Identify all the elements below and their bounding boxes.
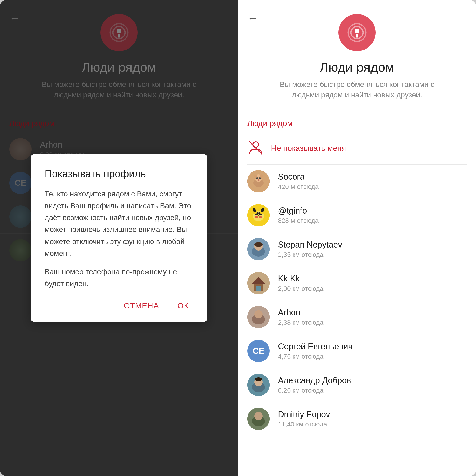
item-distance-alex: 6,26 км отсюда bbox=[278, 387, 351, 394]
modal-actions: ОТМЕНА ОК bbox=[45, 299, 193, 313]
right-location-icon-wrapper bbox=[339, 14, 375, 51]
modal-dialog: Показывать профиль Те, кто находится ряд… bbox=[31, 154, 207, 322]
item-name-stepan: Stepan Nepytaev bbox=[278, 240, 342, 250]
left-panel: ← Люди рядом Вы можете быстро обменяться… bbox=[0, 0, 238, 476]
modal-overlay: Показывать профиль Те, кто находится ряд… bbox=[0, 0, 238, 476]
avatar-arhon bbox=[247, 306, 270, 328]
item-info-socora: Socora 420 м отсюда bbox=[278, 172, 319, 191]
item-distance-tginfo: 828 м отсюда bbox=[278, 217, 319, 224]
item-distance-stepan: 1,35 км отсюда bbox=[278, 251, 342, 258]
list-item-stepan[interactable]: Stepan Nepytaev 1,35 км отсюда bbox=[238, 232, 476, 266]
cat-avatar bbox=[247, 170, 270, 192]
svg-point-14 bbox=[259, 177, 261, 179]
avatar-dmitriy bbox=[247, 408, 270, 430]
person-crossed-icon bbox=[247, 139, 264, 156]
item-distance-socora: 420 м отсюда bbox=[278, 183, 319, 191]
svg-point-20 bbox=[255, 216, 258, 218]
item-info-alex: Александр Добров 6,26 км отсюда bbox=[278, 375, 351, 394]
no-show-item[interactable]: Не показывать меня bbox=[238, 133, 476, 164]
arhon-avatar bbox=[247, 306, 270, 328]
kkkk-avatar bbox=[247, 272, 270, 294]
item-name-sergey: Сергей Евгеньевич bbox=[278, 342, 353, 351]
divider bbox=[247, 436, 467, 436]
right-list-section: Люди рядом Не показывать меня bbox=[238, 112, 476, 476]
item-name-kkkk: Kk Kk bbox=[278, 274, 323, 284]
item-distance-sergey: 4,76 км отсюда bbox=[278, 353, 353, 360]
modal-text-2: Ваш номер телефона по-прежнему не будет … bbox=[45, 266, 193, 289]
item-name-socora: Socora bbox=[278, 172, 319, 182]
no-show-icon bbox=[247, 139, 264, 157]
svg-point-36 bbox=[254, 310, 263, 318]
item-name-tginfo: @tginfo bbox=[278, 206, 319, 216]
svg-point-29 bbox=[254, 242, 263, 247]
right-back-button[interactable]: ← bbox=[247, 12, 258, 24]
list-item-tginfo[interactable]: @tginfo 828 м отсюда bbox=[238, 199, 476, 232]
list-item-socora[interactable]: Socora 420 м отсюда bbox=[238, 165, 476, 198]
modal-title: Показывать профиль bbox=[45, 168, 193, 180]
right-header: ← Люди рядом Вы можете быстро обменяться… bbox=[238, 0, 476, 112]
avatar-socora bbox=[247, 170, 270, 192]
svg-rect-33 bbox=[256, 286, 261, 290]
list-item-alex[interactable]: Александр Добров 6,26 км отсюда bbox=[238, 368, 476, 402]
right-page-title: Люди рядом bbox=[320, 60, 394, 75]
item-distance-kkkk: 2,00 км отсюда bbox=[278, 285, 323, 292]
dmitriy-avatar bbox=[247, 408, 270, 430]
avatar-kkkk bbox=[247, 272, 270, 294]
svg-point-43 bbox=[254, 412, 263, 420]
modal-cancel-button[interactable]: ОТМЕНА bbox=[119, 299, 163, 313]
svg-point-5 bbox=[355, 29, 359, 33]
avatar-tginfo bbox=[247, 204, 270, 226]
alex-avatar bbox=[247, 374, 270, 396]
list-item-sergey[interactable]: CE Сергей Евгеньевич 4,76 км отсюда bbox=[238, 334, 476, 368]
list-item-kkkk[interactable]: Kk Kk 2,00 км отсюда bbox=[238, 266, 476, 300]
item-name-arhon: Arhon bbox=[278, 308, 323, 318]
right-panel: ← Люди рядом Вы можете быстро обменяться… bbox=[238, 0, 476, 476]
svg-point-13 bbox=[256, 177, 258, 179]
modal-body: Те, кто находится рядом с Вами, смогут в… bbox=[45, 188, 193, 290]
modal-text-1: Те, кто находится рядом с Вами, смогут в… bbox=[45, 188, 193, 259]
svg-point-15 bbox=[257, 179, 259, 181]
right-section-header: Люди рядом bbox=[238, 112, 476, 133]
item-info-arhon: Arhon 2,38 км отсюда bbox=[278, 308, 323, 326]
svg-line-7 bbox=[249, 141, 262, 154]
item-name-dmitriy: Dmitriy Popov bbox=[278, 409, 330, 419]
item-info-dmitriy: Dmitriy Popov 11,40 км отсюда bbox=[278, 409, 330, 428]
svg-point-21 bbox=[259, 216, 262, 218]
item-info-sergey: Сергей Евгеньевич 4,76 км отсюда bbox=[278, 342, 353, 360]
stepan-avatar bbox=[247, 238, 270, 260]
list-item-dmitriy[interactable]: Dmitriy Popov 11,40 км отсюда bbox=[238, 402, 476, 436]
item-info-stepan: Stepan Nepytaev 1,35 км отсюда bbox=[278, 240, 342, 258]
item-name-alex: Александр Добров bbox=[278, 375, 351, 385]
svg-point-40 bbox=[255, 377, 262, 381]
no-show-label: Не показывать меня bbox=[271, 144, 346, 153]
avatar-stepan bbox=[247, 238, 270, 260]
list-item-arhon[interactable]: Arhon 2,38 км отсюда bbox=[238, 300, 476, 334]
avatar-alex bbox=[247, 374, 270, 396]
avatar-sergey: CE bbox=[247, 340, 270, 362]
item-info-kkkk: Kk Kk 2,00 км отсюда bbox=[278, 274, 323, 292]
item-info-tginfo: @tginfo 828 м отсюда bbox=[278, 206, 319, 224]
modal-ok-button[interactable]: ОК bbox=[173, 299, 193, 313]
location-icon-right bbox=[347, 22, 367, 43]
item-distance-dmitriy: 11,40 км отсюда bbox=[278, 421, 330, 428]
item-distance-arhon: 2,38 км отсюда bbox=[278, 319, 323, 326]
pikachu-avatar bbox=[247, 204, 270, 226]
right-page-subtitle: Вы можете быстро обменяться контактами с… bbox=[276, 79, 438, 100]
